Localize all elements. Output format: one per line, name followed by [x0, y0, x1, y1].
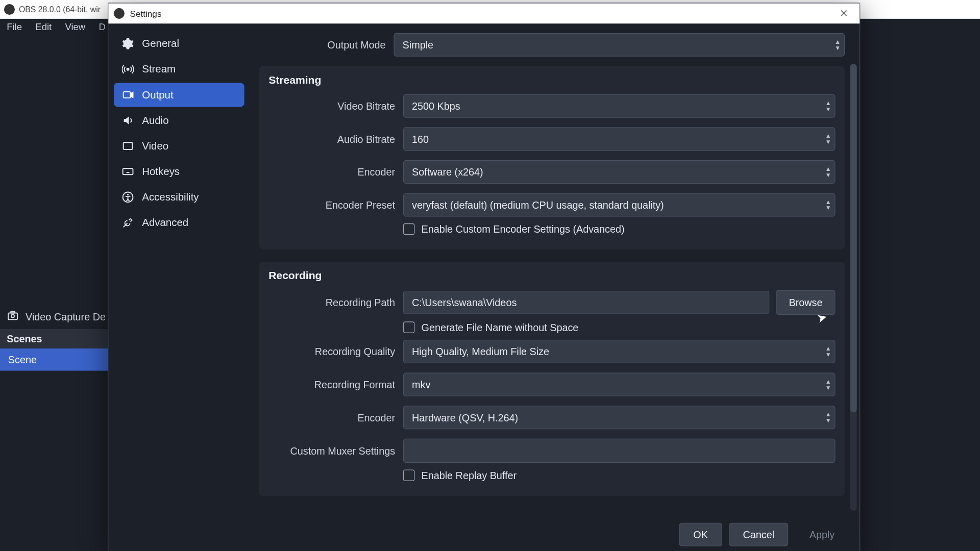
chevron-updown-icon: ▲▼: [825, 345, 831, 358]
ok-button[interactable]: OK: [679, 522, 722, 546]
chevron-updown-icon: ▲▼: [825, 133, 831, 145]
apply-button[interactable]: Apply: [795, 522, 849, 546]
recording-format-select[interactable]: mkv: [403, 373, 836, 396]
settings-nav: GeneralStreamOutputAudioVideoHotkeysAcce…: [108, 23, 250, 516]
nav-item-audio[interactable]: Audio: [114, 108, 244, 132]
scene-selected[interactable]: Scene: [0, 348, 114, 371]
camera-icon: [7, 310, 19, 324]
recording-format-label: Recording Format: [268, 379, 403, 390]
svg-rect-5: [124, 92, 131, 98]
nav-label: Audio: [142, 114, 168, 127]
recording-quality-select[interactable]: High Quality, Medium File Size: [403, 340, 836, 363]
enable-replay-buffer-label: Enable Replay Buffer: [422, 469, 517, 481]
svg-point-1: [11, 314, 14, 317]
recording-encoder-select[interactable]: Hardware (QSV, H.264): [403, 406, 836, 429]
menu-file[interactable]: File: [7, 21, 22, 32]
chevron-updown-icon: ▲▼: [825, 199, 831, 211]
dialog-title: Settings: [130, 8, 162, 18]
content-scrollbar[interactable]: [850, 64, 857, 511]
recording-quality-label: Recording Quality: [268, 346, 403, 357]
svg-rect-6: [124, 142, 133, 149]
source-label: Video Capture De: [26, 311, 106, 322]
recording-encoder-label: Encoder: [268, 412, 403, 423]
output-icon: [122, 89, 134, 101]
nav-label: Hotkeys: [142, 165, 180, 178]
nav-label: Output: [142, 89, 173, 101]
chevron-updown-icon: ▲▼: [825, 166, 831, 178]
audio-icon: [122, 114, 134, 127]
main-title: OBS 28.0.0 (64-bit, wir: [19, 5, 101, 14]
scroll-thumb[interactable]: [850, 64, 857, 412]
svg-point-4: [127, 68, 129, 70]
menu-view[interactable]: View: [65, 21, 86, 32]
streaming-encoder-select[interactable]: Software (x264): [403, 160, 836, 184]
dialog-close-button[interactable]: ✕: [828, 8, 860, 20]
keyboard-icon: [122, 165, 134, 178]
nav-item-general[interactable]: General: [114, 32, 244, 56]
enable-replay-buffer-checkbox[interactable]: [403, 469, 414, 481]
nav-label: Advanced: [142, 217, 188, 229]
streaming-section: Streaming Video Bitrate 2500 Kbps ▲▼ Aud…: [259, 66, 845, 249]
settings-dialog: Settings ✕ GeneralStreamOutputAudioVideo…: [108, 3, 860, 551]
output-mode-select[interactable]: Simple: [394, 33, 845, 57]
generate-filename-checkbox[interactable]: [403, 321, 414, 333]
nav-label: Video: [142, 140, 168, 152]
svg-rect-7: [123, 168, 133, 174]
recording-path-input[interactable]: C:\Users\swana\Videos: [403, 291, 769, 314]
menu-edit[interactable]: Edit: [35, 21, 52, 32]
cancel-button[interactable]: Cancel: [729, 522, 789, 546]
settings-content: Output Mode Simple ▲▼ Streaming Video Bi…: [250, 23, 860, 516]
chevron-updown-icon: ▲▼: [825, 411, 831, 423]
source-item[interactable]: Video Capture De: [0, 304, 114, 329]
stepper-icon[interactable]: ▲▼: [825, 100, 831, 112]
nav-label: General: [142, 38, 179, 50]
nav-item-stream[interactable]: Stream: [114, 57, 244, 81]
obs-logo-icon: [114, 8, 125, 19]
enable-custom-encoder-label: Enable Custom Encoder Settings (Advanced…: [422, 223, 625, 235]
video-bitrate-input[interactable]: 2500 Kbps: [403, 94, 836, 118]
chevron-updown-icon: ▲▼: [835, 39, 841, 51]
nav-label: Stream: [142, 63, 176, 76]
audio-bitrate-label: Audio Bitrate: [268, 133, 403, 144]
audio-bitrate-select[interactable]: 160: [403, 127, 836, 151]
encoder-preset-label: Encoder Preset: [268, 199, 403, 210]
svg-rect-2: [11, 312, 15, 313]
generate-filename-label: Generate File Name without Space: [422, 321, 579, 333]
broadcast-icon: [122, 63, 134, 76]
dialog-titlebar: Settings ✕: [108, 4, 860, 24]
nav-item-advanced[interactable]: Advanced: [114, 211, 244, 235]
video-bitrate-label: Video Bitrate: [268, 100, 403, 111]
encoder-preset-select[interactable]: veryfast (default) (medium CPU usage, st…: [403, 193, 836, 216]
streaming-encoder-label: Encoder: [268, 166, 403, 178]
nav-item-output[interactable]: Output: [114, 83, 244, 107]
custom-muxer-input[interactable]: [403, 439, 836, 463]
nav-item-video[interactable]: Video: [114, 134, 244, 158]
chevron-updown-icon: ▲▼: [825, 379, 831, 391]
obs-logo-icon: [4, 4, 15, 15]
nav-label: Accessibility: [142, 191, 199, 204]
svg-rect-0: [8, 313, 17, 320]
browse-button[interactable]: Browse: [776, 290, 835, 315]
custom-muxer-label: Custom Muxer Settings: [268, 445, 403, 456]
nav-item-accessibility[interactable]: Accessibility: [114, 185, 244, 209]
video-icon: [122, 140, 134, 152]
streaming-title: Streaming: [268, 74, 835, 86]
svg-point-9: [127, 194, 129, 195]
output-mode-label: Output Mode: [259, 39, 394, 50]
gear-icon: [122, 38, 134, 50]
menu-d[interactable]: D: [99, 21, 106, 32]
recording-section: Recording Recording Path C:\Users\swana\…: [259, 262, 845, 496]
recording-title: Recording: [268, 270, 835, 282]
recording-path-label: Recording Path: [268, 297, 403, 308]
enable-custom-encoder-checkbox[interactable]: [403, 223, 414, 235]
wrench-icon: [122, 217, 134, 229]
scenes-header: Scenes: [0, 329, 114, 348]
nav-item-hotkeys[interactable]: Hotkeys: [114, 160, 244, 184]
accessibility-icon: [122, 191, 134, 204]
